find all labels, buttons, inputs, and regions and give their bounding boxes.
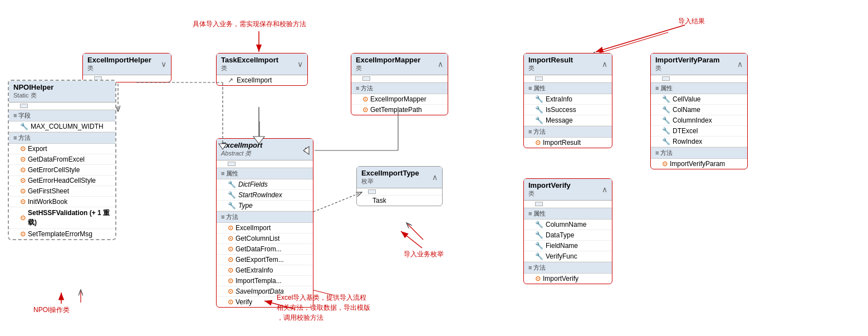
method-icon-mapper1: ⊙: [362, 95, 368, 103]
task-excel-import-box: TaskExcelImport 类 ∨ ↗ ExcelImport: [216, 53, 308, 86]
excel-import-prop-dict-label: DictFields: [238, 181, 268, 188]
field-icon-field: 🔧: [535, 242, 543, 250]
npoi-method-sethssf-label: SetHSSFValidation (+ 1 重载): [28, 208, 111, 227]
import-verify-param-title: ImportVerifyParam: [655, 56, 720, 64]
npoi-helper-header: NPOIHelper Static 类: [9, 81, 115, 103]
task-excel-import-header: TaskExcelImport 类 ∨: [217, 53, 307, 75]
import-verify-prop-field-label: FieldName: [546, 242, 578, 250]
excel-import-prop-type: 🔧 Type: [217, 201, 313, 211]
excel-import-type-task-label: Task: [368, 197, 386, 204]
import-verify-prop-data-label: DataType: [546, 231, 574, 239]
excel-impor-mapper-method-1-label: ExcelImporMapper: [370, 95, 426, 103]
import-verify-param-prop-rowindex-label: RowIndex: [673, 138, 702, 145]
excel-import-method-5-label: GetExtraInfo: [236, 266, 273, 274]
import-verify-param-chevron[interactable]: ∧: [737, 60, 743, 69]
field-icon-dtexcel: 🔧: [662, 127, 670, 135]
extends-icon: ↗: [228, 76, 233, 84]
excel-impor-mapper-method-1: ⊙ ExcelImporMapper: [351, 94, 448, 105]
import-verify-param-rect: [651, 75, 747, 82]
method-icon-5: ⊙: [228, 266, 233, 274]
field-icon-col: 🔧: [535, 221, 543, 228]
import-verify-chevron[interactable]: ∧: [602, 185, 607, 194]
import-verify-props-header: ≡ 属性: [524, 208, 612, 220]
excel-import-prop-type-label: Type: [238, 202, 253, 210]
import-verify-param-prop-colname-label: ColName: [673, 106, 700, 114]
excel-import-type-subtitle: 枚举: [361, 177, 419, 186]
annotation-import-result: 导入结果: [678, 17, 705, 26]
npoi-method-initwb: ⊙ InitWorkBook: [9, 197, 115, 207]
import-verify-param-method-1-label: ImportVerifyParam: [670, 160, 725, 168]
npoi-helper-subtitle: Static 类: [13, 91, 53, 100]
npoi-helper-rect: [9, 103, 115, 110]
excel-import-method-4-label: GetExportTem...: [236, 256, 284, 264]
annotation-import-enum: 导入业务枚举: [404, 250, 444, 259]
method-icon-geterror: ⊙: [20, 166, 26, 174]
npoi-method-getfirst-label: GetFirstSheet: [28, 187, 69, 195]
import-verify-box: ImportVerify 类 ∧ ≡ 属性 🔧 ColumnName 🔧 Dat…: [523, 178, 612, 284]
svg-line-8: [590, 32, 668, 56]
import-verify-param-prop-colindex-label: ColumnIndex: [673, 116, 712, 124]
method-icon-4: ⊙: [228, 256, 233, 264]
method-icon-initwb: ⊙: [20, 198, 26, 206]
import-result-prop-success: 🔧 IsSuccess: [524, 105, 612, 115]
import-result-prop-message-label: Message: [546, 116, 573, 124]
import-verify-param-prop-dtexcel-label: DTExcel: [673, 127, 698, 135]
import-verify-param-props-header: ≡ 属性: [651, 82, 747, 94]
excel-import-type-box: ExcelImportType 枚举 ∧ Task: [356, 166, 443, 206]
excel-import-method-3-label: GetDataFrom...: [236, 245, 282, 253]
excel-import-prop-startrow: 🔧 StartRowIndex: [217, 190, 313, 201]
method-icon-result1: ⊙: [535, 139, 541, 147]
npoi-method-settemplate-label: SetTemplateErrorMsg: [28, 230, 92, 238]
import-verify-methods-header: ≡ 方法: [524, 262, 612, 274]
import-result-method-1: ⊙ ImportResult: [524, 138, 612, 148]
import-verify-header: ImportVerify 类 ∧: [524, 179, 612, 201]
excel-impor-mapper-method-2: ⊙ GetTemplatePath: [351, 105, 448, 115]
excel-import-helper-chevron[interactable]: ∨: [161, 60, 166, 69]
method-icon-settemplate: ⊙: [20, 230, 26, 238]
annotation-import-result-text: 导入结果: [678, 17, 705, 25]
npoi-method-settemplate: ⊙ SetTemplateErrorMsg: [9, 229, 115, 239]
task-excel-import-subtitle: 类: [221, 64, 278, 72]
excel-import-type-header: ExcelImportType 枚举 ∧: [357, 167, 442, 188]
task-excel-import-extends: ↗ ExcelImport: [217, 75, 307, 85]
excel-import-subtitle: Abstract 类: [221, 149, 262, 158]
excel-impor-mapper-rect: [351, 75, 448, 82]
npoi-method-getdata: ⊙ GetDataFromExcel: [9, 154, 115, 165]
npoi-method-geterrorhead: ⊙ GetErrorHeadCellStyle: [9, 176, 115, 186]
field-icon: 🔧: [20, 123, 28, 130]
excel-import-rect: [217, 160, 313, 168]
excel-import-type-chevron[interactable]: ∧: [432, 173, 438, 182]
import-result-prop-extra: 🔧 ExtraInfo: [524, 94, 612, 105]
field-icon-dict: 🔧: [228, 181, 236, 188]
npoi-field-max: 🔧 MAX_COLUMN_WIDTH: [9, 121, 115, 132]
excel-import-title: ExcelImport: [221, 141, 262, 149]
excel-import-method-2: ⊙ GetColumnList: [217, 233, 313, 244]
excel-impor-mapper-header: ExcelImporMapper 类 ∧: [351, 53, 448, 75]
task-excel-import-chevron[interactable]: ∨: [297, 60, 303, 69]
method-icon-mapper2: ⊙: [362, 106, 368, 114]
annotation-npoi: NPOI操作类: [33, 305, 70, 315]
svg-line-14: [596, 25, 685, 52]
import-result-box: ImportResult 类 ∧ ≡ 属性 🔧 ExtraInfo 🔧 IsSu…: [523, 53, 612, 148]
import-result-chevron[interactable]: ∧: [602, 60, 607, 69]
import-verify-method-1-label: ImportVerify: [543, 275, 578, 283]
small-rect-icon3: [228, 162, 236, 166]
import-result-method-1-label: ImportResult: [543, 139, 581, 147]
import-verify-prop-data: 🔧 DataType: [524, 230, 612, 241]
import-verify-prop-verifyfunc-label: VerifyFunc: [546, 252, 577, 260]
excel-impor-mapper-box: ExcelImporMapper 类 ∧ ≡ 方法 ⊙ ExcelImporMa…: [351, 53, 448, 115]
import-result-rect: [524, 75, 612, 82]
excel-impor-mapper-chevron[interactable]: ∧: [438, 60, 443, 69]
excel-import-helper-box: ExcelImportHelper 类 ∨: [82, 53, 171, 82]
method-icon-export: ⊙: [20, 145, 26, 153]
excel-import-methods-header: ≡ 方法: [217, 211, 313, 223]
import-result-prop-message: 🔧 Message: [524, 115, 612, 126]
task-excel-import-extends-label: ExcelImport: [237, 76, 272, 84]
method-icon-6: ⊙: [228, 277, 233, 285]
npoi-method-getdata-label: GetDataFromExcel: [28, 155, 85, 163]
import-verify-param-method-1: ⊙ ImportVerifyParam: [651, 159, 747, 169]
field-icon-type: 🔧: [228, 202, 236, 210]
excel-import-type-rect: [357, 188, 442, 196]
excel-import-method-1: ⊙ ExcelImport: [217, 223, 313, 233]
npoi-method-initwb-label: InitWorkBook: [28, 198, 67, 206]
